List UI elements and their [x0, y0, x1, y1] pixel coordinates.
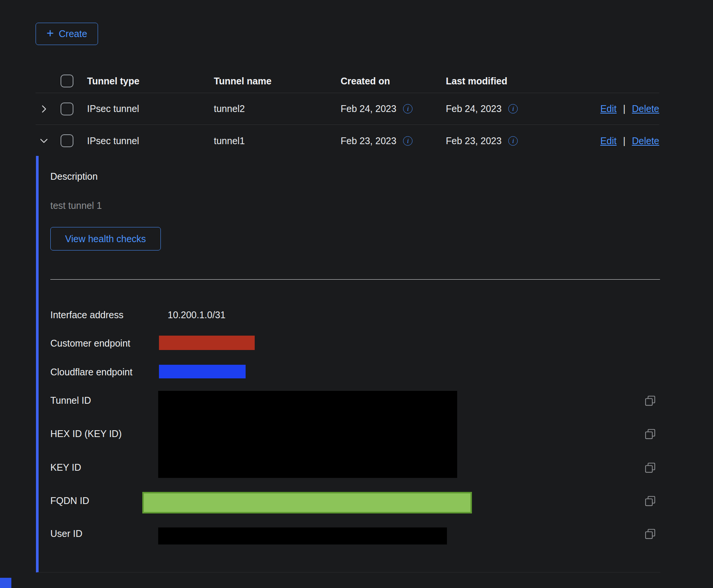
ipsec-tunnels-page: + Create Tunnel type Tunnel name Created… — [0, 0, 713, 588]
header-tunnel-name: Tunnel name — [214, 76, 341, 87]
tunnel-type-cell: IPsec tunnel — [87, 103, 214, 114]
field-label-user-id: User ID — [50, 527, 83, 540]
row-checkbox[interactable] — [61, 103, 73, 115]
delete-link[interactable]: Delete — [632, 135, 659, 146]
expander-cell — [36, 136, 61, 145]
field-label-cloudflare-endpoint: Cloudflare endpoint — [50, 366, 132, 378]
copy-icon[interactable] — [645, 495, 656, 507]
copy-icon[interactable] — [645, 395, 656, 406]
last-modified-value: Feb 24, 2023 — [446, 103, 501, 114]
select-all-checkbox[interactable] — [61, 75, 73, 87]
view-health-checks-button[interactable]: View health checks — [50, 227, 161, 250]
tunnel-detail-fields: Interface address 10.200.1.0/31 Customer… — [50, 280, 660, 557]
tunnels-table: Tunnel type Tunnel name Created on Last … — [36, 69, 659, 157]
copy-icon[interactable] — [645, 528, 656, 540]
info-icon[interactable]: i — [403, 104, 413, 114]
edit-link[interactable]: Edit — [600, 135, 616, 146]
field-label-hex-id: HEX ID (KEY ID) — [50, 427, 121, 440]
tunnel-type-cell: IPsec tunnel — [87, 135, 214, 146]
edit-link[interactable]: Edit — [600, 103, 616, 114]
created-on-value: Feb 24, 2023 — [341, 103, 396, 114]
field-label-customer-endpoint: Customer endpoint — [50, 337, 130, 350]
tunnel-name-cell: tunnel2 — [214, 103, 341, 114]
bottom-left-blue-fragment — [0, 578, 11, 588]
row-checkbox[interactable] — [61, 134, 73, 147]
actions-cell: Edit | Delete — [560, 135, 659, 146]
info-icon[interactable]: i — [403, 136, 413, 146]
copy-icon[interactable] — [645, 462, 656, 473]
created-on-cell: Feb 23, 2023 i — [341, 135, 446, 146]
interface-address-value: 10.200.1.0/31 — [168, 308, 226, 321]
expander-cell — [36, 104, 61, 114]
delete-link[interactable]: Delete — [632, 103, 659, 114]
create-button[interactable]: + Create — [36, 23, 98, 45]
field-label-tunnel-id: Tunnel ID — [50, 394, 91, 407]
last-modified-value: Feb 23, 2023 — [446, 135, 501, 146]
header-tunnel-type: Tunnel type — [87, 76, 214, 87]
customer-endpoint-redaction — [159, 336, 255, 350]
created-on-cell: Feb 24, 2023 i — [341, 103, 446, 114]
tunnel-detail-panel: Description test tunnel 1 View health ch… — [36, 156, 660, 572]
header-created-on: Created on — [341, 76, 446, 87]
created-on-value: Feb 23, 2023 — [341, 135, 396, 146]
field-label-key-id: KEY ID — [50, 461, 81, 474]
row-checkbox-cell — [61, 103, 87, 115]
table-row-tunnel2: IPsec tunnel tunnel2 Feb 24, 2023 i Feb … — [36, 93, 659, 125]
chevron-right-icon[interactable] — [39, 104, 48, 114]
copy-icon[interactable] — [645, 428, 656, 440]
field-label-interface-address: Interface address — [50, 308, 123, 321]
fqdn-id-redaction — [142, 492, 472, 513]
table-header-row: Tunnel type Tunnel name Created on Last … — [36, 69, 659, 93]
user-id-redaction — [158, 527, 447, 544]
actions-cell: Edit | Delete — [560, 103, 659, 114]
last-modified-cell: Feb 24, 2023 i — [446, 103, 560, 114]
header-checkbox-cell — [61, 75, 87, 87]
info-icon[interactable]: i — [508, 104, 518, 114]
tunnel-name-cell: tunnel1 — [214, 135, 341, 146]
last-modified-cell: Feb 23, 2023 i — [446, 135, 560, 146]
create-button-label: Create — [59, 28, 87, 39]
description-value: test tunnel 1 — [50, 200, 660, 211]
description-label: Description — [50, 170, 660, 182]
cloudflare-endpoint-redaction — [159, 365, 246, 378]
field-label-fqdn-id: FQDN ID — [50, 494, 89, 507]
tunnel-id-redaction — [158, 391, 457, 478]
header-last-modified: Last modified — [446, 76, 560, 87]
chevron-down-icon[interactable] — [39, 136, 48, 145]
info-icon[interactable]: i — [508, 136, 518, 146]
row-checkbox-cell — [61, 134, 87, 147]
table-row-tunnel1: IPsec tunnel tunnel1 Feb 23, 2023 i Feb … — [36, 125, 659, 157]
action-separator: | — [623, 103, 626, 114]
action-separator: | — [623, 135, 626, 146]
